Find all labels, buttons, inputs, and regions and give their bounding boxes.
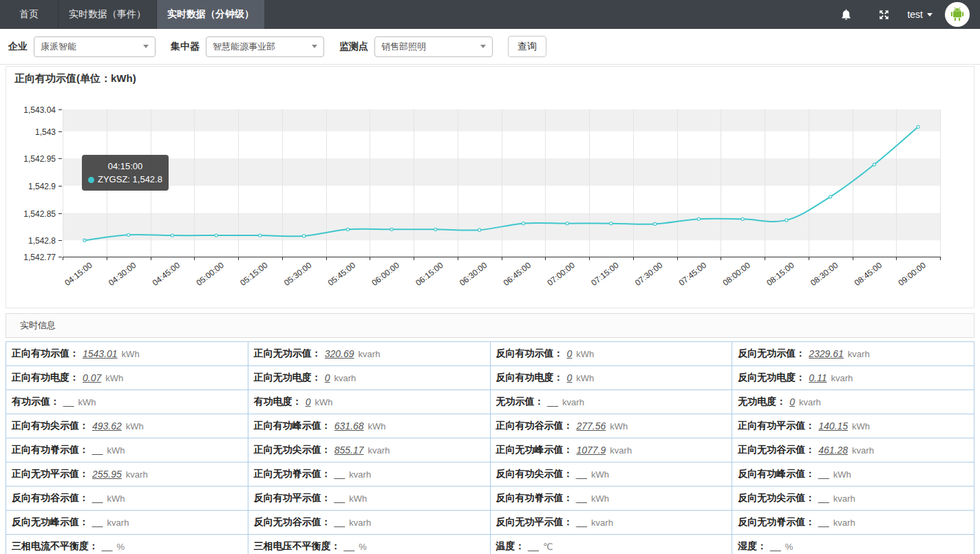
cell-unit: kvarh xyxy=(562,397,584,407)
cell-unit: kvarh xyxy=(831,373,853,383)
cell-value-link[interactable]: 1077.9 xyxy=(577,445,606,456)
cell-value-link[interactable]: __ xyxy=(334,517,345,528)
cell-unit: kWh xyxy=(78,397,96,407)
table-row-5: 正向无功平示值：255.95kvarh正向无功脊示值：__kvarh反向有功尖示… xyxy=(6,462,974,487)
svg-text:05:45:00: 05:45:00 xyxy=(326,260,358,288)
filter-select-2[interactable]: 销售部照明 xyxy=(374,36,493,57)
cell-unit: kvarh xyxy=(334,373,356,383)
filter-groups: 企业康派智能集中器智慧能源事业部监测点销售部照明 xyxy=(8,36,508,57)
fullscreen-icon[interactable] xyxy=(877,8,891,21)
cell-value-link[interactable]: __ xyxy=(818,517,829,528)
filter-select-0[interactable]: 康派智能 xyxy=(34,36,156,57)
nav-tab-2[interactable]: 实时数据（分钟级） xyxy=(156,0,264,29)
bell-icon[interactable] xyxy=(840,8,853,21)
cell-value-link[interactable]: 855.17 xyxy=(334,445,364,456)
cell-unit: kvarh xyxy=(107,518,129,528)
nav-tab-1[interactable]: 实时数据（事件） xyxy=(58,0,156,29)
select-caret-icon xyxy=(143,45,149,48)
cell-value-link[interactable]: __ xyxy=(577,469,588,480)
table-cell: 正向无功电度：0kvarh xyxy=(248,366,491,390)
cell-label: 正向无功峰示值： xyxy=(496,444,573,456)
cell-value-link[interactable]: 493.62 xyxy=(92,420,122,432)
table-cell: 正向无功示值：320.69kvarh xyxy=(248,342,491,365)
cell-value-link[interactable]: 461.28 xyxy=(818,445,848,456)
nav-tabs: 首页实时数据（事件）实时数据（分钟级） xyxy=(0,0,264,29)
cell-value-link[interactable]: 631.68 xyxy=(334,420,364,432)
cell-label: 反向有功脊示值： xyxy=(496,492,573,504)
cell-value-link[interactable]: __ xyxy=(102,541,113,552)
cell-value-link[interactable]: __ xyxy=(334,469,345,480)
cell-label: 反向无功示值： xyxy=(738,348,805,360)
svg-text:08:00:00: 08:00:00 xyxy=(721,260,753,288)
table-cell: 反向无功脊示值：__kvarh xyxy=(732,511,974,534)
cell-value-link[interactable]: __ xyxy=(92,493,103,504)
cell-label: 反向有功电度： xyxy=(496,372,564,384)
svg-text:06:45:00: 06:45:00 xyxy=(502,260,533,288)
cell-unit: kWh xyxy=(122,349,140,359)
cell-value-link[interactable]: __ xyxy=(334,493,345,504)
cell-value-link[interactable]: __ xyxy=(92,517,103,528)
table-cell: 反向无功平示值：__kvarh xyxy=(491,511,733,534)
table-row-2: 有功示值：__kWh有功电度：0kWh无功示值：__kvarh无功电度：0kva… xyxy=(6,390,974,414)
svg-text:04:15:00: 04:15:00 xyxy=(63,260,94,288)
svg-text:04:45:00: 04:45:00 xyxy=(151,260,182,288)
cell-value-link[interactable]: __ xyxy=(63,396,74,407)
cell-value-link[interactable]: 0 xyxy=(325,372,330,383)
cell-unit: kWh xyxy=(576,349,594,359)
cell-value-link[interactable]: __ xyxy=(818,493,829,504)
cell-value-link[interactable]: 277.56 xyxy=(577,420,606,432)
user-menu[interactable]: test xyxy=(907,9,933,20)
filter-label-0: 企业 xyxy=(8,41,28,53)
svg-text:1,542.8: 1,542.8 xyxy=(28,236,56,246)
cell-value-link[interactable]: __ xyxy=(577,493,588,504)
cell-value-link[interactable]: __ xyxy=(92,445,103,456)
svg-text:06:30:00: 06:30:00 xyxy=(458,260,489,288)
cell-value-link[interactable]: 0 xyxy=(789,396,795,407)
cell-value-link[interactable]: __ xyxy=(818,469,829,480)
cell-value-link[interactable]: 320.69 xyxy=(325,348,354,359)
filter-select-1[interactable]: 智慧能源事业部 xyxy=(206,36,324,57)
table-cell: 无功电度：0kvarh xyxy=(732,390,974,414)
cell-value-link[interactable]: 0 xyxy=(567,348,573,359)
table-row-1: 正向有功电度：0.07kWh正向无功电度：0kvarh反向有功电度：0kWh反向… xyxy=(6,366,974,390)
cell-unit: kWh xyxy=(107,493,125,504)
cell-value-link[interactable]: 255.95 xyxy=(92,469,122,480)
cell-label: 反向无功电度： xyxy=(738,372,805,384)
table-cell: 有功示值：__kWh xyxy=(6,390,248,414)
cell-label: 温度： xyxy=(496,540,525,553)
cell-label: 三相电流不平衡度： xyxy=(12,540,98,553)
svg-text:06:00:00: 06:00:00 xyxy=(370,260,402,288)
table-cell: 反向无功尖示值：__kvarh xyxy=(732,487,974,510)
select-caret-icon xyxy=(480,45,486,48)
cell-label: 正向无功谷示值： xyxy=(738,444,815,456)
cell-value-link[interactable]: __ xyxy=(577,517,588,528)
cell-value-link[interactable]: __ xyxy=(529,541,540,552)
cell-unit: kvarh xyxy=(349,518,371,528)
cell-label: 正向有功谷示值： xyxy=(496,420,573,432)
cell-value-link[interactable]: 1543.01 xyxy=(83,348,118,359)
search-button[interactable]: 查询 xyxy=(508,36,546,57)
cell-value-link[interactable]: 0.11 xyxy=(809,372,827,383)
cell-value-link[interactable]: 0 xyxy=(306,396,311,407)
cell-value-link[interactable]: __ xyxy=(770,541,781,552)
cell-value-link[interactable]: 0 xyxy=(567,372,573,383)
cell-value-link[interactable]: 140.15 xyxy=(818,420,848,432)
nav-tab-0[interactable]: 首页 xyxy=(0,0,58,29)
cell-value-link[interactable]: 0.07 xyxy=(83,372,101,383)
table-row-3: 正向有功尖示值：493.62kWh正向有功峰示值：631.68kWh正向有功谷示… xyxy=(6,414,974,438)
cell-label: 有功电度： xyxy=(254,396,302,408)
tooltip-time: 04:15:00 xyxy=(88,160,162,173)
android-avatar[interactable] xyxy=(945,2,970,27)
cell-label: 正向有功平示值： xyxy=(738,420,815,432)
cell-value-link[interactable]: 2329.61 xyxy=(809,348,844,359)
cell-unit: kWh xyxy=(576,373,594,383)
svg-text:1,542.95: 1,542.95 xyxy=(23,154,56,164)
cell-value-link[interactable]: __ xyxy=(548,396,559,407)
cell-label: 反向无功尖示值： xyxy=(738,492,815,504)
cell-label: 反向有功尖示值： xyxy=(496,468,573,480)
cell-label: 反向有功谷示值： xyxy=(12,492,89,504)
cell-unit: % xyxy=(785,542,793,552)
cell-unit: kWh xyxy=(591,469,609,480)
cell-unit: kvarh xyxy=(126,469,148,480)
cell-value-link[interactable]: __ xyxy=(344,541,355,552)
